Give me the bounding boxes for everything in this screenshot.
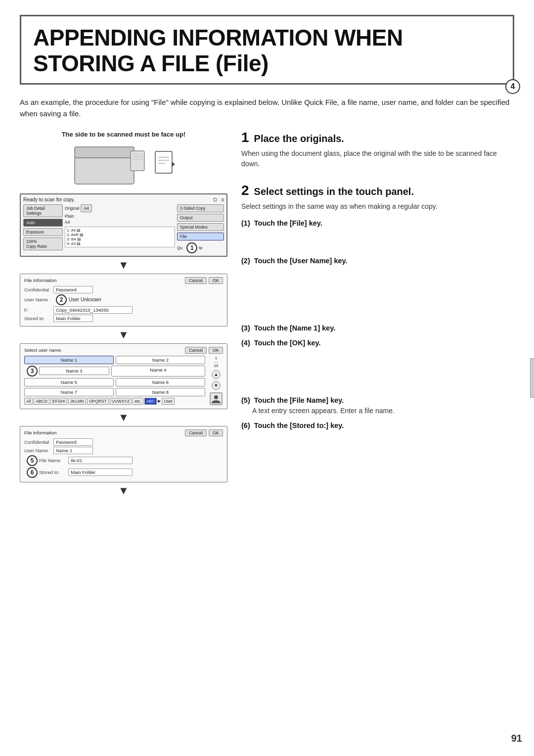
arrow-2: ▼ — [20, 330, 227, 340]
confidential-label-2: Confidential — [24, 439, 51, 445]
stored-label-1: Stored to: — [24, 316, 51, 321]
svg-marker-10 — [172, 161, 175, 167]
two-sided-btn[interactable]: 2-Sided Copy — [177, 204, 224, 212]
name-2-btn[interactable]: Name 2 — [116, 356, 205, 364]
scanner-diagram — [20, 142, 227, 187]
step-1-header: 1 Place the originals. — [241, 131, 514, 144]
stored-value-1[interactable]: Main Folder — [53, 315, 93, 322]
original-row: Original A4 — [65, 204, 175, 212]
copy-ratio-btn[interactable]: 100%Copy Ratio — [23, 237, 63, 250]
user-name-value-2[interactable]: Name 1 — [53, 447, 93, 454]
sub-step-4-text: Touch the [OK] key. — [254, 339, 321, 347]
sub-step-2-num: (2) — [241, 257, 250, 265]
sub-step-3-num: (3) — [241, 324, 250, 332]
page-number: 91 — [511, 733, 522, 744]
job-detail-btn[interactable]: Job DetailSettings — [23, 204, 63, 217]
select-user-cancel[interactable]: Cancel — [185, 347, 207, 354]
name-3-btn[interactable]: Name 3 — [39, 367, 109, 375]
name-row-3: Name 5 Name 6 — [24, 378, 205, 386]
paper-list: 1: A4 ▤ 2: A4R ▤ 3: B4 ▤ 4: A3 ▤ — [65, 227, 175, 247]
step4-circle: 4 — [505, 79, 520, 94]
svg-rect-0 — [75, 157, 134, 184]
password-field-1[interactable]: Password — [53, 286, 93, 293]
sub-step-3-text: Touch the [Name 1] key. — [254, 324, 336, 332]
exposure-auto-btn[interactable]: Auto — [23, 219, 63, 227]
confidential-label-1: Confidential — [24, 287, 51, 292]
exposure-btn[interactable]: Exposure — [23, 228, 63, 236]
alpha-row: All ABCD EFGHI JKLMN OPQRST UVWXYZ etc. … — [24, 398, 205, 405]
alpha-abcd[interactable]: ABCD — [34, 398, 49, 405]
step-1-body: When using the document glass, place the… — [241, 148, 514, 170]
alpha-jklmn[interactable]: JKLMN — [68, 398, 86, 405]
svg-rect-1 — [75, 147, 134, 158]
name-5-btn[interactable]: Name 5 — [24, 378, 114, 386]
quantity-circle: 1 — [186, 242, 197, 253]
user-name-row-2: User Name Name 1 — [24, 447, 223, 454]
step-1-num: 1 — [241, 131, 249, 144]
original-label: Original — [65, 206, 79, 211]
alpha-efghi[interactable]: EFGHI — [50, 398, 67, 405]
svg-rect-2 — [131, 151, 144, 171]
main-content: The side to be scanned must be face up! — [20, 131, 514, 499]
scroll-up-btn[interactable]: ▲ — [212, 370, 221, 379]
page-title: APPENDING INFORMATION WHEN STORING A FIL… — [33, 25, 501, 76]
document-icon — [154, 150, 175, 178]
sub-step-3: (3) Touch the [Name 1] key. — [241, 324, 514, 332]
alpha-abc[interactable]: ABC — [144, 398, 157, 405]
sub-step-4: (4) Touch the [OK] key. — [241, 339, 514, 347]
file-info-ok-2[interactable]: OK — [209, 429, 223, 436]
left-column: The side to be scanned must be face up! — [20, 131, 227, 499]
name-1-btn[interactable]: Name 1 — [24, 356, 114, 364]
side-controls: 1 25 ▲ ▼ — [209, 356, 223, 406]
scroll-down-btn[interactable]: ▼ — [212, 381, 221, 390]
user-btn[interactable]: User — [162, 398, 175, 405]
sub-step-5-num: (5) — [241, 396, 250, 404]
arrow-1: ▼ — [20, 260, 227, 271]
file-key-btn[interactable]: File — [177, 233, 224, 240]
name-row-1: Name 1 Name 2 — [24, 356, 205, 364]
name-7-btn[interactable]: Name 7 — [24, 388, 114, 396]
name-6-btn[interactable]: Name 6 — [116, 378, 205, 386]
alpha-all[interactable]: All — [24, 398, 33, 405]
output-btn[interactable]: Output — [177, 214, 224, 222]
user-names-area: Name 1 Name 2 3 Name 3 Name 4 Name 5 — [24, 356, 223, 406]
paper-size: A4 — [65, 220, 175, 225]
step-2-num: 2 — [241, 184, 249, 197]
confidential-row-1: Confidential Password — [24, 286, 223, 293]
original-value[interactable]: A4 — [81, 204, 91, 212]
quantity-label: Qu — [177, 245, 182, 250]
stored-value-2[interactable]: Main Folder — [68, 469, 133, 476]
arrow-3: ▼ — [20, 412, 227, 423]
step-1-title: Place the originals. — [254, 133, 344, 144]
step-1: 1 Place the originals. When using the do… — [241, 131, 514, 170]
file-name-value-2[interactable]: ile-01 — [68, 457, 133, 464]
user-icon-btn[interactable] — [209, 392, 223, 406]
copy-middle-controls: Original A4 Plain A4 1: A4 ▤ 2: A4R ▤ 3:… — [65, 204, 175, 253]
scanner-illustration — [72, 142, 146, 187]
alpha-opqrst[interactable]: OPQRST — [87, 398, 109, 405]
alpha-uvwxyz[interactable]: UVWXYZ — [110, 398, 132, 405]
file-info-title-2: File Information — [24, 430, 56, 435]
select-user-ok[interactable]: OK — [209, 347, 223, 354]
copy-panel-header: Ready to scan for copy. 🗌 0 — [23, 197, 224, 202]
file-info-title-1: File Information — [24, 278, 56, 283]
file-info-ok-1[interactable]: OK — [209, 277, 223, 284]
sub-step-6-num: (6) — [241, 422, 250, 429]
sub-step-2: (2) Touch the [User Name] key. — [241, 257, 514, 265]
sub-step-5: (5) Touch the [File Name] key. — [241, 396, 514, 404]
step3-circle: 3 — [27, 366, 38, 377]
file-info-cancel-1[interactable]: Cancel — [185, 277, 207, 284]
name-8-btn[interactable]: Name 8 — [116, 388, 205, 396]
file-info-cancel-2[interactable]: Cancel — [185, 429, 207, 436]
intro-paragraph: As an example, the procedure for using "… — [20, 96, 514, 120]
password-field-2[interactable]: Password — [53, 438, 93, 446]
svg-point-12 — [214, 395, 218, 399]
paper-type: Plain — [65, 214, 175, 219]
special-modes-btn[interactable]: Special Modes — [177, 223, 224, 231]
name-4-btn[interactable]: Name 4 — [111, 366, 205, 377]
page-num: 1 — [215, 356, 217, 360]
sub-step-6: (6) Touch the [Stored to:] key. — [241, 422, 514, 429]
scan-label: The side to be scanned must be face up! — [20, 131, 227, 138]
alpha-etc[interactable]: etc. — [133, 398, 143, 405]
file-value-1[interactable]: Copy_04042010_134050 — [53, 306, 133, 314]
